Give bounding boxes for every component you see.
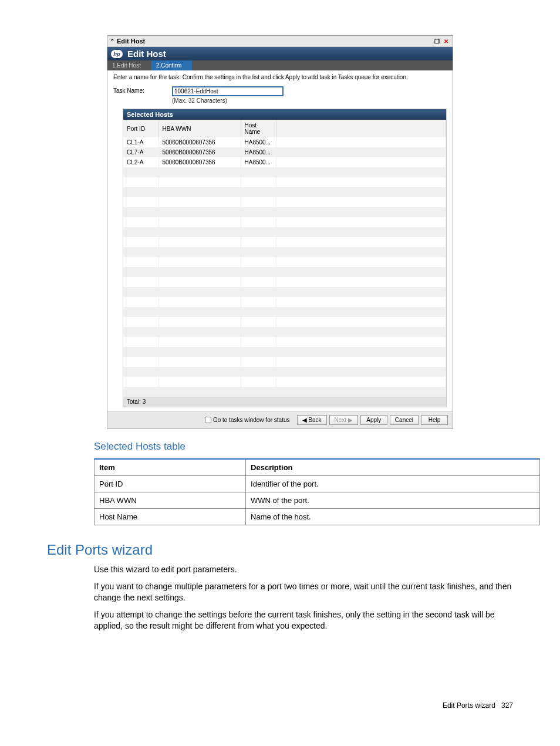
- dialog-titlebar: ⌃ Edit Host ❐ ✕: [107, 36, 453, 47]
- restore-icon[interactable]: ❐: [433, 37, 441, 45]
- cancel-button[interactable]: Cancel: [390, 415, 419, 425]
- dialog-body: Enter a name for the task. Confirm the s…: [107, 70, 453, 411]
- cell-port-id: CL1-A: [123, 137, 158, 147]
- selected-hosts-header: Selected Hosts: [123, 109, 446, 120]
- doc-row: Host Name Name of the host.: [95, 509, 540, 525]
- selected-hosts-table: Port ID HBA WWN Host Name CL1-A 50060B00…: [123, 120, 446, 397]
- task-name-input[interactable]: [172, 86, 284, 96]
- col-spacer: [276, 120, 446, 137]
- cell-host-name: HA8500...: [241, 157, 276, 167]
- dialog-footer: Go to tasks window for status ◀ Back Nex…: [107, 411, 453, 428]
- table-row-empty: [123, 317, 446, 327]
- table-total: Total: 3: [123, 397, 446, 407]
- task-name-label: Task Name:: [113, 86, 160, 94]
- table-row-empty: [123, 307, 446, 317]
- selected-hosts-doc-table: Item Description Port ID Identifier of t…: [94, 458, 540, 525]
- apply-button[interactable]: Apply: [360, 415, 387, 425]
- table-row-empty: [123, 177, 446, 187]
- edit-ports-wizard-heading: Edit Ports wizard: [47, 542, 513, 558]
- doc-row: HBA WWN WWN of the port.: [95, 492, 540, 509]
- edit-host-dialog: ⌃ Edit Host ❐ ✕ hp Edit Host 1.Edit Host…: [107, 35, 453, 429]
- table-row-empty: [123, 237, 446, 247]
- collapse-icon[interactable]: ⌃: [110, 38, 114, 45]
- table-row-empty: [123, 377, 446, 387]
- table-row-empty: [123, 227, 446, 237]
- table-row-empty: [123, 387, 446, 397]
- cell-port-id: CL2-A: [123, 157, 158, 167]
- task-name-row: Task Name: (Max. 32 Characters): [113, 86, 447, 104]
- back-button[interactable]: ◀ Back: [297, 415, 327, 425]
- table-row-empty: [123, 297, 446, 307]
- table-row-empty: [123, 267, 446, 277]
- page-footer: Edit Ports wizard 327: [47, 701, 513, 710]
- edit-ports-p2: If you want to change multiple parameter…: [94, 581, 513, 603]
- page-footer-label: Edit Ports wizard: [443, 701, 495, 710]
- next-button-label: Next: [335, 417, 347, 423]
- wizard-steps: 1.Edit Host 2.Confirm: [107, 60, 453, 70]
- dialog-header-title: Edit Host: [127, 49, 166, 59]
- table-row-empty: [123, 347, 446, 357]
- table-row-empty: [123, 257, 446, 267]
- hp-logo-icon: hp: [111, 50, 123, 58]
- page-number: 327: [501, 701, 513, 710]
- doc-cell-desc: Identifier of the port.: [246, 476, 540, 492]
- table-row-empty: [123, 357, 446, 367]
- table-row[interactable]: CL7-A 50060B0000607356 HA8500...: [123, 147, 446, 157]
- table-row-empty: [123, 327, 446, 337]
- cell-hba-wwn: 50060B0000607356: [158, 157, 241, 167]
- doc-col-desc: Description: [246, 459, 540, 476]
- col-host-name[interactable]: Host Name: [241, 120, 276, 137]
- help-button[interactable]: Help: [421, 415, 448, 425]
- table-row-empty: [123, 247, 446, 257]
- doc-cell-desc: Name of the host.: [246, 509, 540, 525]
- instructions-text: Enter a name for the task. Confirm the s…: [113, 74, 447, 80]
- table-row-empty: [123, 277, 446, 287]
- table-row[interactable]: CL1-A 50060B0000607356 HA8500...: [123, 137, 446, 147]
- doc-cell-item: HBA WWN: [95, 492, 246, 509]
- cell-hba-wwn: 50060B0000607356: [158, 137, 241, 147]
- cell-host-name: HA8500...: [241, 147, 276, 157]
- table-row-empty: [123, 197, 446, 207]
- selected-hosts-table-heading: Selected Hosts table: [94, 441, 513, 453]
- tasks-window-checkbox-wrap[interactable]: Go to tasks window for status: [205, 417, 290, 423]
- table-row-empty: [123, 207, 446, 217]
- cell-host-name: HA8500...: [241, 137, 276, 147]
- table-row-empty: [123, 187, 446, 197]
- edit-ports-p1: Use this wizard to edit port parameters.: [94, 564, 513, 575]
- selected-hosts-panel: Selected Hosts Port ID HBA WWN Host Name…: [123, 109, 447, 407]
- back-button-label: Back: [308, 417, 321, 423]
- dialog-title: Edit Host: [117, 38, 145, 45]
- task-name-hint: (Max. 32 Characters): [172, 97, 284, 104]
- doc-cell-desc: WWN of the port.: [246, 492, 540, 509]
- table-row-empty: [123, 217, 446, 227]
- tasks-window-checkbox[interactable]: [205, 417, 211, 423]
- next-button: Next ▶: [329, 415, 358, 425]
- tasks-window-label: Go to tasks window for status: [213, 417, 290, 423]
- col-hba-wwn[interactable]: HBA WWN: [158, 120, 241, 137]
- wizard-step-1[interactable]: 1.Edit Host: [107, 60, 151, 70]
- table-row-empty: [123, 367, 446, 377]
- doc-row: Port ID Identifier of the port.: [95, 476, 540, 492]
- table-row-empty: [123, 167, 446, 177]
- cell-port-id: CL7-A: [123, 147, 158, 157]
- table-row[interactable]: CL2-A 50060B0000607356 HA8500...: [123, 157, 446, 167]
- doc-cell-item: Port ID: [95, 476, 246, 492]
- table-row-empty: [123, 337, 446, 347]
- edit-ports-p3: If you attempt to change the settings be…: [94, 609, 513, 632]
- dialog-header: hp Edit Host: [107, 47, 453, 60]
- doc-col-item: Item: [95, 459, 246, 476]
- table-row-empty: [123, 287, 446, 297]
- close-icon[interactable]: ✕: [442, 37, 450, 45]
- wizard-step-2[interactable]: 2.Confirm: [151, 60, 192, 70]
- doc-cell-item: Host Name: [95, 509, 246, 525]
- cell-hba-wwn: 50060B0000607356: [158, 147, 241, 157]
- col-port-id[interactable]: Port ID: [123, 120, 158, 137]
